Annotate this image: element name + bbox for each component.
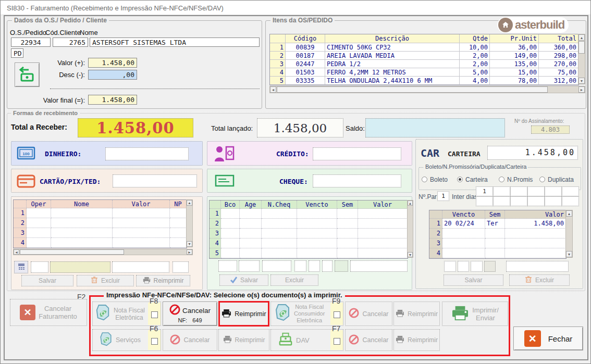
table-cell[interactable] [505,239,566,248]
table-cell[interactable]: 1.458,00 [505,219,566,229]
table-cell[interactable] [240,248,262,258]
tipo-field[interactable]: PD [11,48,23,58]
table-cell[interactable] [27,218,51,228]
nome-field[interactable]: ASTERSOFT SISTEMAS LTDA [90,37,260,47]
table-cell[interactable] [358,248,408,258]
table-cell[interactable]: PEDRA 1/2 [325,60,460,68]
cheque-input-mes[interactable] [309,260,320,272]
table-cell[interactable]: FERRO 4,2MM 12 METROS [325,68,460,77]
dav-checkbox[interactable] [334,338,340,345]
cheque-input-ano[interactable] [322,260,333,272]
table-cell[interactable] [442,248,485,258]
oper-excluir-button[interactable]: Excluir [77,275,134,286]
cheque-input-sem[interactable] [335,260,348,272]
dinheiro-input[interactable] [105,147,189,160]
parcel-grid-cell[interactable] [527,186,545,196]
table-cell[interactable] [170,238,187,248]
table-cell[interactable] [358,239,408,248]
table-cell[interactable] [337,239,358,248]
scroll-right-icon[interactable]: ► [187,249,192,255]
table-cell[interactable] [240,229,262,239]
servicos-checkbox[interactable] [151,338,158,345]
table-cell[interactable] [221,209,240,219]
parcel-grid-cell[interactable] [562,196,579,206]
scroll-down-icon[interactable]: ▼ [578,78,585,84]
oper-input-2[interactable] [50,261,110,273]
cheque-input-ncheq[interactable] [262,260,291,272]
table-cell[interactable]: 298,00 [539,52,578,60]
venc-input-dia[interactable] [444,261,456,272]
venc-input-ano[interactable] [471,261,483,272]
table-cell[interactable]: 360,00 [539,43,578,52]
valor-final-field[interactable]: 1.458,00 [88,95,137,105]
table-cell[interactable] [297,229,337,239]
table-cell[interactable]: 00839 [286,43,325,52]
imprimir-enviar-button[interactable]: Imprimir/ Enviar [442,302,508,326]
table-cell[interactable] [337,219,358,229]
table-cell[interactable] [262,248,297,258]
scroll-up-icon[interactable]: ▲ [408,200,413,206]
table-cell[interactable] [358,209,408,219]
table-cell[interactable] [505,248,566,258]
table-cell[interactable]: 00187 [286,52,325,60]
table-cell[interactable]: 5,00 [460,68,490,77]
cheque-input-age[interactable] [239,260,260,272]
table-cell[interactable] [240,239,262,248]
table-cell[interactable]: 2,00 [460,60,490,68]
table-cell[interactable]: AREIA LAVADA MEDIA [325,52,460,60]
table-cell[interactable]: 03335 [286,77,325,85]
venc-salvar-button[interactable]: Salvar [444,274,503,286]
nfe-checkbox[interactable] [151,311,158,318]
table-cell[interactable] [297,209,337,219]
carteira-value-field[interactable]: 1.458,00 [487,146,578,160]
venc-input-mes[interactable] [458,261,469,272]
radio-duplicata-label[interactable]: Duplicata [548,177,574,183]
table-cell[interactable]: 2,00 [460,52,490,60]
table-cell[interactable] [27,238,51,248]
scroll-left-icon[interactable]: ◄ [14,249,19,255]
venc-input-sem[interactable] [484,261,496,272]
table-cell[interactable] [113,238,170,248]
parcel-grid-cell[interactable] [562,186,579,196]
radio-boleto-label[interactable]: Boleto [430,177,448,183]
table-cell[interactable]: 312,00 [539,77,578,85]
itens-hscrollbar[interactable]: ◄ ► [269,86,585,93]
oper-reimprimir-button[interactable]: Reimprimir [136,275,190,286]
table-cell[interactable]: 15,00 [490,68,539,77]
table-cell[interactable] [27,208,51,218]
cheque-vscrollbar[interactable]: ▲ ▼ [407,200,413,258]
scroll-thumb[interactable] [578,41,585,54]
scroll-thumb[interactable] [277,86,548,93]
oper-vscrollbar[interactable]: ▲ ▼ [186,199,193,247]
radio-npromis[interactable] [499,177,504,182]
parcel-grid-cell[interactable] [476,196,493,206]
parcel-grid-cell[interactable] [545,186,562,196]
itens-vscrollbar[interactable]: ▲ ▼ [578,34,585,84]
table-cell[interactable] [51,228,113,238]
radio-carteira[interactable] [457,177,463,182]
table-cell[interactable]: 01503 [286,68,325,77]
venc-vscrollbar[interactable]: ▲ ▼ [565,210,573,258]
table-cell[interactable]: TELHA ONDULADA 2,44X110 6 MM [325,77,460,85]
scroll-down-icon[interactable]: ▼ [566,251,572,257]
table-cell[interactable] [262,239,297,248]
table-cell[interactable]: 75,00 [539,68,578,77]
venc-excluir-button[interactable]: Excluir [509,274,570,286]
table-cell[interactable]: 02447 [286,60,325,68]
itens-table[interactable]: CódigoDescriçãoQtdePr.UnitTotal100839CIM… [269,34,579,85]
venc-input-valor[interactable] [506,261,569,272]
cheque-input-dia[interactable] [294,260,306,272]
table-cell[interactable] [221,229,240,239]
scroll-down-icon[interactable]: ▼ [187,241,192,247]
table-cell[interactable] [505,229,566,239]
scroll-thumb[interactable] [20,249,124,255]
parcel-grid-cell[interactable]: 1 [476,186,493,196]
table-cell[interactable]: Ter [485,219,505,229]
table-cell[interactable] [337,209,358,219]
parcel-grid-cell[interactable] [545,196,562,206]
table-cell[interactable] [170,208,187,218]
table-cell[interactable] [51,238,113,248]
cod-cliente-field[interactable]: 2765 [53,37,88,47]
cheque-input[interactable] [313,174,401,187]
parcel-grid-cell[interactable] [510,186,527,196]
